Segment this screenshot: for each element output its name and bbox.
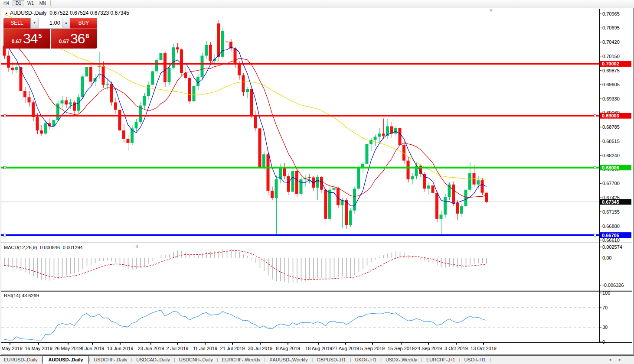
sell-button[interactable]: SELL: [3, 18, 30, 29]
price-scale-label: 0.69875: [602, 68, 620, 73]
price-scale-label: 0.67700: [602, 181, 620, 186]
tab-audusd-daily[interactable]: AUDUSD-,Daily: [42, 355, 88, 364]
rsi-indicator-label: RSI(14) 43.6269: [4, 293, 39, 298]
chart-shift-marker-icon[interactable]: [489, 10, 493, 12]
price-scale-label: 0.69330: [602, 96, 620, 101]
tab-xauusd-weekly[interactable]: XAUUSD-,Weekly: [265, 356, 311, 363]
price-scale-label: 0.66880: [602, 224, 620, 229]
tabs-scroll-right-icon[interactable]: ►: [618, 358, 628, 362]
rsi-scale-label: 100: [602, 290, 610, 296]
chart-ohlc-header: ▲AUDUSD-,Daily 0.67522 0.67524 0.67323 0…: [5, 10, 129, 16]
sell-price-display[interactable]: 0.67 34 5: [3, 29, 50, 49]
tab-eurusd-daily[interactable]: EURUSD-,Daily: [0, 356, 42, 363]
chart-symbol-title: AUDUSD-,Daily: [10, 10, 47, 16]
time-scale-label: 24 Sep 2019: [415, 346, 442, 351]
time-scale-label: 4 Jun 2019: [81, 346, 104, 351]
buy-price-display[interactable]: 0.67 36 8: [51, 29, 97, 49]
tab-usdcad-daily[interactable]: USDCAD-,Daily: [132, 356, 174, 363]
svg-text:0.70002: 0.70002: [602, 61, 619, 66]
svg-text:0.67345: 0.67345: [602, 199, 619, 205]
trading-terminal: { "toolbar": { "timeframes": [ {"label":…: [0, 0, 634, 364]
time-scale-label: 23 Jun 2019: [138, 346, 164, 351]
candles-layer[interactable]: [3, 20, 488, 235]
tab-usdchf-daily[interactable]: USDCHF-,Daily: [90, 356, 131, 363]
tab-eurchf-weekly[interactable]: EURCHF-,Weekly: [218, 356, 264, 363]
timeframe-button-h4[interactable]: H4: [0, 0, 12, 6]
toolbar-separator: [50, 0, 51, 6]
volume-decrease-button[interactable]: ▼: [31, 18, 39, 28]
price-scale-label: 0.68240: [602, 153, 620, 158]
hline-handle-right[interactable]: [594, 234, 596, 236]
time-scale-label: 11 Jul 2019: [193, 346, 217, 351]
tab-usoil-h1[interactable]: USOil-,H1: [460, 356, 490, 363]
buy-button[interactable]: BUY: [70, 18, 97, 29]
time-scale-label: 7 May 2019: [1, 346, 23, 351]
chart-window: ▲AUDUSD-,Daily 0.67522 0.67524 0.67323 0…: [1, 8, 634, 355]
tab-eurchf-h1[interactable]: EURCHF-,H1: [422, 356, 459, 363]
sell-price-pip: 5: [39, 32, 42, 39]
macd-scale-label: 0.00: [602, 255, 611, 260]
price-scale-label: 0.70150: [602, 54, 620, 59]
rsi-scale-label: 70: [602, 305, 608, 310]
time-scale-label: 13 Oct 2019: [471, 346, 497, 351]
macd-scale-label: 0.002574: [602, 244, 622, 250]
moving-average-5: [4, 41, 487, 206]
timeframe-toolbar: H4D1W1MN: [0, 0, 634, 7]
buy-price-prefix: 0.67: [59, 39, 69, 45]
time-scale-label: 21 Jul 2019: [220, 346, 245, 351]
tab-usdcnh-daily[interactable]: USDCNH-,Daily: [175, 356, 217, 363]
ohlc-low: 0.67323: [90, 10, 109, 16]
volume-spinner: ▼ 1.00 ▲: [30, 18, 70, 29]
macd-layer: [4, 249, 487, 283]
tab-separator: |: [490, 356, 491, 362]
price-scale-label: 0.69605: [602, 82, 620, 87]
ohlc-close: 0.67345: [110, 10, 129, 16]
time-scale-label: 2 Jul 2019: [167, 346, 189, 351]
price-scale-label: 0.67155: [602, 209, 620, 214]
volume-increase-button[interactable]: ▲: [62, 18, 70, 28]
buy-price-pip: 8: [86, 32, 89, 39]
time-scale-label: 27 Aug 2019: [332, 346, 359, 351]
tab-gbpusd-h1[interactable]: GBPUSD-,H1: [313, 356, 350, 363]
hline-handle-left[interactable]: [4, 166, 6, 169]
timeframe-button-w1[interactable]: W1: [25, 0, 36, 6]
svg-text:0.66705: 0.66705: [602, 233, 619, 238]
svg-text:0.69003: 0.69003: [602, 113, 619, 118]
timeframe-button-d1[interactable]: D1: [13, 0, 24, 6]
time-scale-label: 26 May 2019: [54, 346, 82, 351]
tabs-scroll-left-icon[interactable]: ◄: [608, 358, 618, 362]
one-click-trading-panel: SELL ▼ 1.00 ▲ BUY 0.67 34 5 0.67 36 8: [3, 18, 97, 49]
hline-handle-right[interactable]: [594, 166, 596, 169]
rsi-scale-label: 30: [602, 325, 608, 330]
collapse-panel-icon[interactable]: ▲: [5, 11, 8, 15]
time-scale-label: 5 Sep 2019: [360, 346, 385, 351]
ohlc-open: 0.67522: [49, 10, 68, 16]
time-scale-label: 18 Aug 2019: [305, 346, 332, 351]
sell-price-main: 34: [23, 31, 38, 47]
volume-input[interactable]: 1.00: [39, 18, 62, 28]
rsi-scale-label: 0: [602, 339, 605, 344]
price-scale-label: 0.68515: [602, 139, 620, 144]
moving-average-12: [4, 38, 487, 197]
hline-handle-left[interactable]: [4, 115, 6, 117]
svg-text:0.68006: 0.68006: [602, 165, 619, 170]
macd-scale-label: -0.006326: [602, 283, 624, 288]
price-scale-label: 0.70695: [602, 25, 620, 30]
sell-price-prefix: 0.67: [12, 39, 22, 45]
macd-indicator-label: MACD(12,26,9) -0.000846 -0.001294: [4, 245, 83, 250]
tab-usdx-weekly[interactable]: USDX-,Weekly: [382, 356, 421, 363]
buy-price-main: 36: [70, 31, 85, 47]
macd-signal-line: [4, 250, 487, 280]
tab-ukoil-h1[interactable]: UKOil-,H1: [351, 356, 381, 363]
hline-handle-left[interactable]: [4, 234, 6, 236]
timeframe-button-mn[interactable]: MN: [37, 0, 49, 6]
symbol-tabbar: EURUSD-,Daily|AUDUSD-,Daily|USDCHF-,Dail…: [0, 355, 634, 364]
time-scale-label: 16 May 2019: [25, 346, 52, 351]
time-scale-label: 13 Jun 2019: [107, 346, 134, 351]
time-scale-label: 15 Sep 2019: [388, 346, 415, 351]
price-scale-label: 0.68785: [602, 124, 620, 130]
hline-handle-right[interactable]: [594, 115, 596, 117]
time-scale-label: 30 Jul 2019: [248, 346, 273, 351]
ohlc-high: 0.67524: [70, 10, 88, 16]
chart-canvas[interactable]: 0.709650.706950.704200.701500.698750.696…: [1, 8, 632, 354]
